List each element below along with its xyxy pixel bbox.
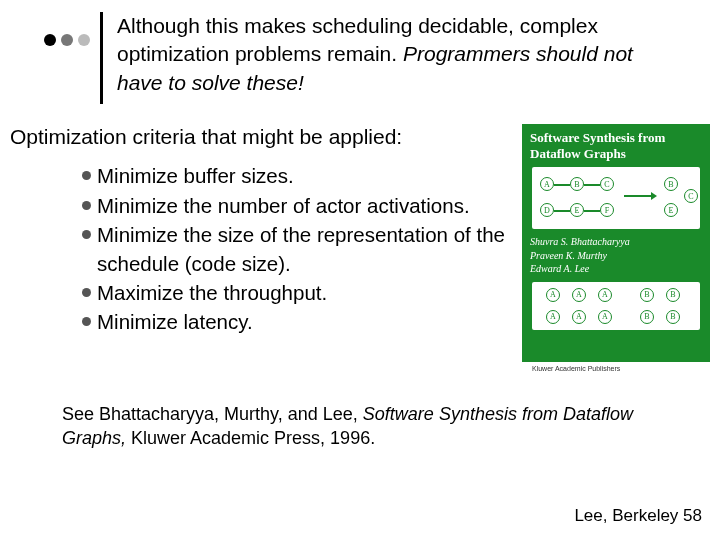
- decoration-dots: [44, 34, 90, 46]
- arrow-icon: [624, 195, 652, 197]
- list-item: Maximize the throughput.: [82, 278, 516, 307]
- bullet-icon: [82, 230, 91, 239]
- author-line: Shuvra S. Bhattacharyya: [530, 235, 702, 249]
- dot-icon: [61, 34, 73, 46]
- bullet-icon: [82, 317, 91, 326]
- citation-post: Kluwer Academic Press, 1996.: [126, 428, 375, 448]
- list-item: Minimize the number of actor activations…: [82, 191, 516, 220]
- dataflow-graph-icon: A B C D E F B C E: [532, 167, 700, 229]
- book-cover-column: Software Synthesis from Dataflow Graphs …: [522, 124, 710, 372]
- book-title: Software Synthesis from Dataflow Graphs: [522, 124, 710, 163]
- author-line: Praveen K. Murthy: [530, 249, 702, 263]
- dot-icon: [44, 34, 56, 46]
- slide-footer: Lee, Berkeley 58: [574, 506, 702, 526]
- list-item: Minimize buffer sizes.: [82, 161, 516, 190]
- author-line: Edward A. Lee: [530, 262, 702, 276]
- dot-icon: [78, 34, 90, 46]
- bullet-text: Minimize the number of actor activations…: [97, 191, 470, 220]
- header-text: Although this makes scheduling decidable…: [117, 12, 647, 97]
- book-authors: Shuvra S. Bhattacharyya Praveen K. Murth…: [522, 233, 710, 280]
- bullet-text: Minimize buffer sizes.: [97, 161, 294, 190]
- list-item: Minimize the size of the representation …: [82, 220, 516, 278]
- citation: See Bhattacharyya, Murthy, and Lee, Soft…: [0, 372, 720, 451]
- bullet-text: Minimize latency.: [97, 307, 253, 336]
- criteria-heading: Optimization criteria that might be appl…: [10, 122, 516, 151]
- bullet-icon: [82, 288, 91, 297]
- book-cover: Software Synthesis from Dataflow Graphs …: [522, 124, 710, 362]
- bullet-icon: [82, 201, 91, 210]
- bullet-list: Minimize buffer sizes. Minimize the numb…: [10, 161, 516, 336]
- main-content: Optimization criteria that might be appl…: [0, 104, 720, 372]
- bullet-icon: [82, 171, 91, 180]
- schedule-graph-icon: A A A A A A B B B B: [532, 282, 700, 330]
- list-item: Minimize latency.: [82, 307, 516, 336]
- bullet-text: Maximize the throughput.: [97, 278, 327, 307]
- citation-pre: See Bhattacharyya, Murthy, and Lee,: [62, 404, 363, 424]
- publisher-caption: Kluwer Academic Publishers: [532, 365, 710, 372]
- slide-header: Although this makes scheduling decidable…: [0, 0, 720, 104]
- vertical-divider: [100, 12, 103, 104]
- text-column: Optimization criteria that might be appl…: [10, 122, 516, 336]
- bullet-text: Minimize the size of the representation …: [97, 220, 516, 278]
